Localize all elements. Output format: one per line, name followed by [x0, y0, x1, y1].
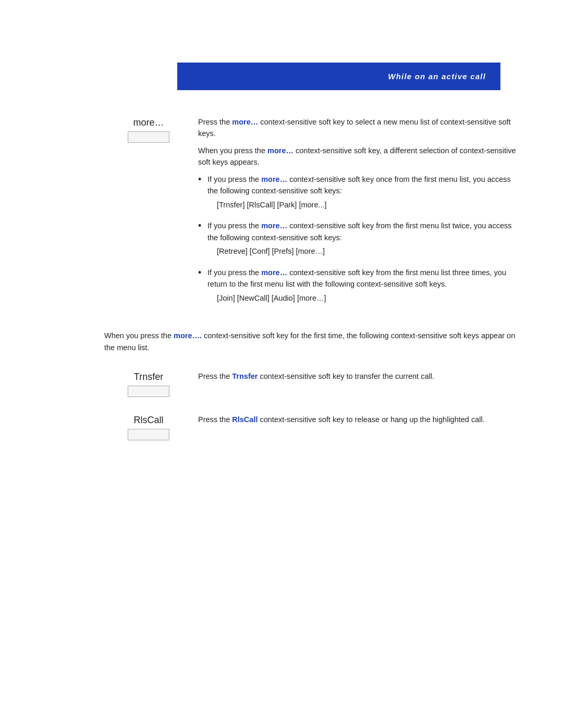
- soft-key-box-trnsfer: [128, 386, 169, 397]
- content-area-2: Trnsfer Press the Trnsfer context-sensit…: [104, 371, 521, 440]
- more-desc-2: When you press the more… context-sensiti…: [198, 145, 521, 168]
- rlscall-bold: RlsCall: [232, 415, 258, 424]
- section-paragraph: When you press the more…. context-sensit…: [104, 330, 521, 354]
- soft-key-box-rlscall: [128, 429, 169, 440]
- bullet-text-2: If you press the more… context-sensitive…: [207, 220, 521, 259]
- bullet-dot-3: •: [198, 267, 207, 279]
- item-row-rlscall: RlsCall Press the RlsCall context-sensit…: [104, 414, 521, 440]
- header-title: While on an active call: [388, 72, 486, 81]
- page-container: While on an active call more… Press the …: [0, 63, 563, 728]
- item-label-trnsfer: Trnsfer: [134, 372, 163, 382]
- item-row-trnsfer: Trnsfer Press the Trnsfer context-sensit…: [104, 371, 521, 397]
- bullet-item-1: • If you press the more… context-sensiti…: [198, 174, 521, 213]
- more-bold-2: more…: [267, 146, 293, 155]
- item-label-rlscall: RlsCall: [133, 415, 163, 426]
- bullet-text-1: If you press the more… context-sensitive…: [207, 174, 521, 213]
- item-label-col-more: more…: [104, 116, 193, 143]
- more-bold-section: more….: [174, 331, 202, 340]
- indent-text-2: [Retreve] [Conf] [Prefs] [more…]: [217, 245, 521, 257]
- item-label-col-rlscall: RlsCall: [104, 414, 193, 440]
- header-banner: While on an active call: [177, 63, 500, 90]
- bullet-dot-1: •: [198, 174, 207, 186]
- bullet-dot-2: •: [198, 220, 207, 232]
- item-label-more: more…: [133, 117, 164, 128]
- soft-key-box-more: [128, 131, 169, 143]
- item-description-col-trnsfer: Press the Trnsfer context-sensitive soft…: [193, 371, 521, 387]
- indent-text-3: [Join] [NewCall] [Audio] [more…]: [217, 292, 521, 304]
- content-area: more… Press the more… context-sensitive …: [104, 116, 521, 313]
- bullet-item-3: • If you press the more… context-sensiti…: [198, 267, 521, 306]
- more-bold-3: more…: [261, 175, 287, 183]
- more-desc-1: Press the more… context-sensitive soft k…: [198, 116, 521, 140]
- rlscall-desc: Press the RlsCall context-sensitive soft…: [198, 414, 521, 425]
- more-bold-5: more…: [261, 268, 287, 277]
- trnsfer-bold: Trnsfer: [232, 372, 258, 380]
- item-description-col-rlscall: Press the RlsCall context-sensitive soft…: [193, 414, 521, 430]
- indent-text-1: [Trnsfer] [RlsCall] [Park] [more...]: [217, 199, 521, 211]
- more-bold-4: more…: [261, 221, 287, 230]
- item-row-more: more… Press the more… context-sensitive …: [104, 116, 521, 313]
- more-bold-1: more…: [232, 118, 258, 126]
- item-description-col-more: Press the more… context-sensitive soft k…: [193, 116, 521, 313]
- bullet-item-2: • If you press the more… context-sensiti…: [198, 220, 521, 259]
- bullet-list: • If you press the more… context-sensiti…: [198, 174, 521, 306]
- item-label-col-trnsfer: Trnsfer: [104, 371, 193, 397]
- bullet-text-3: If you press the more… context-sensitive…: [207, 267, 521, 306]
- trnsfer-desc: Press the Trnsfer context-sensitive soft…: [198, 371, 521, 382]
